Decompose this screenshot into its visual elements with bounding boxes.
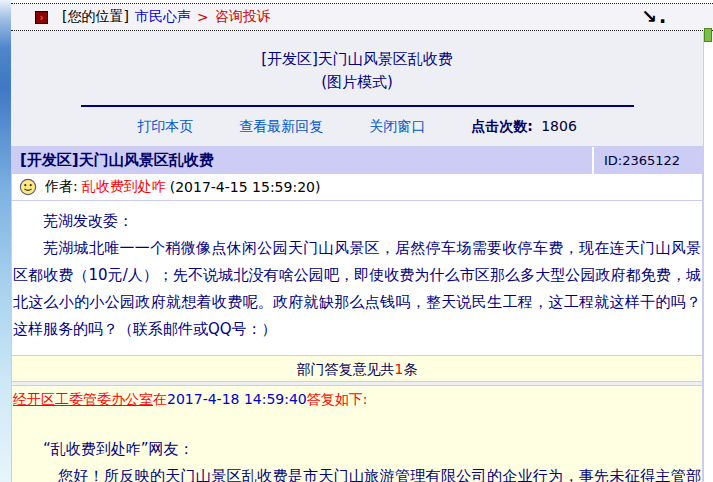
reply-header: 经开区工委管委办公室在2017-4-18 14:59:40答复如下:	[13, 389, 701, 409]
reply-body: “乱收费到处咋”网友： 您好！所反映的天门山景区乱收费是市天门山旅游管理有限公司…	[13, 436, 701, 482]
print-page-link[interactable]: 打印本页	[137, 118, 193, 136]
breadcrumb-bar: › [您的位置] 市民心声 > 咨询投诉 ↘.	[11, 3, 713, 31]
hit-counter-label: 点击次数:	[471, 118, 533, 134]
close-window-link[interactable]: 关闭窗口	[369, 118, 425, 136]
post-paragraph: 芜湖发改委：	[13, 208, 701, 235]
breadcrumb-separator: >	[197, 9, 209, 25]
toolbar: 打印本页 查看最新回复 关闭窗口 点击次数: 1806	[11, 107, 703, 146]
reply-paragraph: “乱收费到处咋”网友：	[13, 436, 701, 463]
reply-department-link[interactable]: 经开区工委管委办公室	[13, 391, 153, 407]
reply-time: 2017-4-18 14:59:40	[167, 391, 307, 407]
department-reply: 经开区工委管委办公室在2017-4-18 14:59:40答复如下: “乱收费到…	[12, 385, 702, 482]
page-title-line2: (图片模式)	[11, 71, 703, 94]
post-paragraph: 芜湖城北唯一一个稍微像点休闲公园天门山风景区，居然停车场需要收停车费，现在连天门…	[13, 235, 701, 343]
post-table: [开发区]天门山风景区乱收费 ID:2365122 作者: 乱收费到处咋 (20…	[11, 146, 703, 482]
smiley-icon	[19, 178, 37, 196]
author-name-link[interactable]: 乱收费到处咋	[82, 178, 166, 196]
reply-summary-suffix: 条	[403, 361, 417, 377]
page-title: [开发区]天门山风景区乱收费 (图片模式)	[11, 31, 703, 94]
view-latest-reply-link[interactable]: 查看最新回复	[239, 118, 323, 136]
breadcrumb-marker-icon: ›	[35, 11, 48, 24]
author-label: 作者:	[45, 178, 78, 196]
hit-counter-value: 1806	[541, 118, 577, 134]
breadcrumb-prefix: [您的位置]	[62, 8, 129, 26]
post-id: ID:2365122	[592, 147, 702, 174]
breadcrumb-link-citizen-voice[interactable]: 市民心声	[135, 8, 191, 26]
post-header-title: [开发区]天门山风景区乱收费	[12, 151, 592, 170]
reply-header-suffix: 答复如下:	[307, 391, 368, 407]
reply-summary-band: 部门答复意见共1条	[12, 355, 702, 382]
hit-counter: 点击次数: 1806	[471, 118, 577, 136]
main-content: [开发区]天门山风景区乱收费 (图片模式) 打印本页 查看最新回复 关闭窗口 点…	[11, 31, 703, 482]
right-margin-strip	[703, 31, 713, 482]
reply-at-word: 在	[153, 391, 167, 407]
breadcrumb-link-consult-complaint[interactable]: 咨询投诉	[215, 8, 271, 26]
reply-summary-prefix: 部门答复意见共	[297, 361, 395, 377]
post-body: 芜湖发改委： 芜湖城北唯一一个稍微像点休闲公园天门山风景区，居然停车场需要收停车…	[12, 201, 702, 355]
post-header-row: [开发区]天门山风景区乱收费 ID:2365122	[12, 147, 702, 174]
post-time: (2017-4-15 15:59:20)	[170, 179, 321, 195]
reply-paragraph: 您好！所反映的天门山景区乱收费是市天门山旅游管理有限公司的企业行为，事先未征得主…	[13, 463, 701, 482]
scrollbar-thumb[interactable]	[704, 28, 712, 42]
left-gradient-strip	[0, 0, 11, 482]
resize-arrow-icon: ↘.	[641, 5, 668, 27]
post-author-row: 作者: 乱收费到处咋 (2017-4-15 15:59:20)	[12, 174, 702, 201]
page-title-line1: [开发区]天门山风景区乱收费	[11, 48, 703, 71]
